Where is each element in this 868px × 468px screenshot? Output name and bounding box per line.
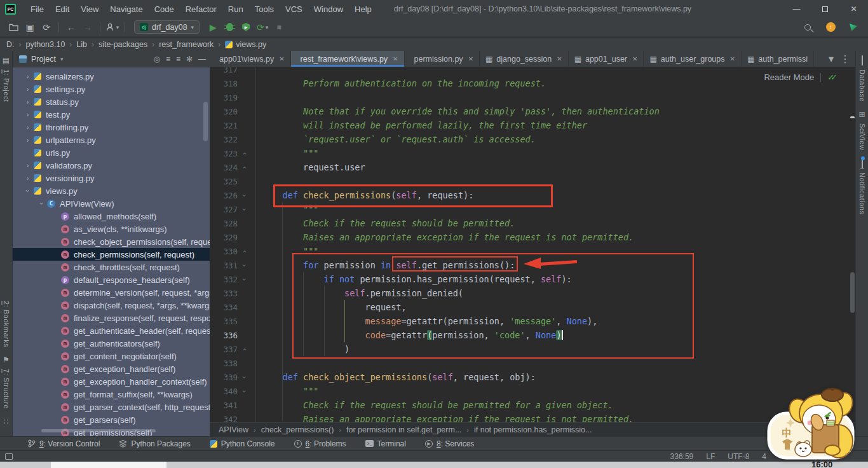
tool-stripe-item-project[interactable]: ▤1: Project — [3, 51, 10, 105]
tab-close-icon[interactable]: ✕ — [468, 55, 473, 62]
tree-item-check_throttles[interactable]: mcheck_throttles(self, request) — [13, 261, 210, 273]
chevron-right-icon[interactable]: › — [23, 111, 32, 118]
tool-window-button-terminal[interactable]: >_Terminal — [365, 439, 406, 448]
reader-mode-toggle[interactable]: Reader Mode ✓✓ — [764, 72, 837, 82]
caret-position[interactable]: 336:59 — [670, 452, 694, 461]
chevron-down-icon[interactable]: ▾ — [829, 53, 834, 65]
tree-item-serializers.py[interactable]: ›serializers.py — [13, 70, 210, 83]
fold-marker-icon[interactable]: › — [238, 262, 250, 269]
chevron-down-icon[interactable]: › — [38, 199, 46, 209]
tool-window-button-services[interactable]: ▶8: Services — [425, 439, 474, 448]
coverage-shield-icon[interactable]: ▶ — [238, 20, 254, 34]
tree-item-as_view[interactable]: mas_view(cls, **initkwargs) — [13, 223, 210, 235]
code-editor[interactable]: 317318 Perform authentication on the inc… — [210, 67, 855, 422]
chevron-right-icon[interactable]: › — [23, 174, 32, 182]
tree-item-APIView[interactable]: ›CAPIView(View) — [13, 197, 210, 210]
menu-item-file[interactable]: File — [25, 0, 50, 18]
editor-scrollbar-thumb[interactable] — [850, 272, 855, 313]
fold-marker-icon[interactable]: › — [238, 150, 250, 157]
tool-stripe-item-sciview[interactable]: ⊞SciView — [858, 105, 866, 153]
run-configuration-select[interactable]: dj drf_day08 ▾ — [134, 20, 200, 34]
menu-item-help[interactable]: Help — [349, 0, 377, 18]
breadcrumb-segment[interactable]: rest_framework — [159, 40, 214, 49]
editor-breadcrumb-segment[interactable]: if not permission.has_permissio... — [474, 425, 592, 434]
tool-window-button-problems[interactable]: !6: Problems — [294, 439, 346, 448]
save-icon[interactable]: ▣ — [22, 20, 37, 34]
minimize-icon[interactable]: — — [782, 0, 811, 18]
breadcrumb-segment[interactable]: Lib — [76, 40, 87, 49]
tree-item-settings.py[interactable]: ›settings.py — [13, 83, 210, 95]
profile-user-icon[interactable]: ▾ — [105, 20, 120, 34]
tree-item-get_exception_handler_context[interactable]: mget_exception_handler_context(self) — [13, 375, 210, 388]
tab-close-icon[interactable]: ✕ — [393, 55, 398, 62]
tool-stripe-item-bookmarks[interactable]: 2: Bookmarks⚑ — [3, 298, 10, 366]
search-everywhere-icon[interactable] — [800, 20, 815, 34]
tree-item-get_content_negotiator[interactable]: mget_content_negotiator(self) — [13, 350, 210, 362]
tab-permission.py[interactable]: permission.py✕ — [405, 51, 480, 67]
tree-item-urlpatterns.py[interactable]: ›urlpatterns.py — [13, 134, 210, 146]
update-available-icon[interactable]: ↑ — [823, 20, 838, 34]
breadcrumb-segment[interactable]: python3.10 — [26, 40, 65, 49]
menu-item-refactor[interactable]: Refactor — [180, 0, 222, 18]
chevron-right-icon[interactable]: › — [23, 162, 32, 169]
tree-item-get_exception_handler[interactable]: mget_exception_handler(self) — [13, 362, 210, 375]
tree-item-throttling.py[interactable]: ›throttling.py — [13, 121, 210, 134]
tab-auth_user_groups[interactable]: ▦auth_user_groups✕ — [644, 51, 742, 67]
tree-item-default_response_headers[interactable]: pdefault_response_headers(self) — [13, 273, 210, 286]
debug-bug-icon[interactable] — [222, 20, 237, 34]
more-options-icon[interactable]: ⋮ — [840, 53, 850, 65]
tree-item-get_authenticators[interactable]: mget_authenticators(self) — [13, 337, 210, 350]
tree-horizontal-scrollbar[interactable] — [41, 429, 156, 432]
tab-auth_permissi[interactable]: ▦auth_permissi — [742, 51, 814, 67]
menu-item-navigate[interactable]: Navigate — [104, 0, 148, 18]
fold-marker-icon[interactable]: › — [238, 192, 250, 199]
tab-close-icon[interactable]: ✕ — [632, 55, 637, 62]
tree-vertical-scrollbar[interactable] — [203, 102, 208, 141]
profiler-icon[interactable]: ⟳▾ — [255, 20, 270, 34]
screen-layout-icon[interactable] — [5, 453, 13, 460]
fold-marker-icon[interactable]: › — [238, 164, 250, 171]
tool-window-button-version-control[interactable]: 9: Version Control — [28, 439, 100, 448]
chevron-right-icon[interactable]: › — [23, 123, 32, 131]
menu-item-edit[interactable]: Edit — [50, 0, 75, 18]
menu-item-tools[interactable]: Tools — [249, 0, 280, 18]
fold-marker-icon[interactable]: › — [238, 248, 250, 255]
tree-item-views.py[interactable]: ›views.py — [13, 184, 210, 197]
tree-item-determine_version[interactable]: mdetermine_version(self, request, *args,… — [13, 286, 210, 299]
tree-item-get_authenticate_header[interactable]: mget_authenticate_header(self, request) — [13, 324, 210, 337]
menu-item-run[interactable]: Run — [222, 0, 249, 18]
tool-window-button-python-console[interactable]: Python Console — [210, 439, 275, 448]
settings-gear-icon[interactable]: ✻ — [186, 55, 193, 64]
breadcrumb-segment[interactable]: site-packages — [98, 40, 147, 49]
tree-item-finalize_response[interactable]: mfinalize_response(self, request, respon… — [13, 312, 210, 324]
menu-item-vcs[interactable]: VCS — [280, 0, 308, 18]
chevron-down-icon[interactable]: ▾ — [60, 56, 64, 62]
chevron-right-icon[interactable]: › — [23, 136, 32, 144]
tab-close-icon[interactable]: ✕ — [557, 55, 562, 62]
tree-item-allowed_methods[interactable]: pallowed_methods(self) — [13, 210, 210, 223]
tree-item-get_parsers[interactable]: mget_parsers(self) — [13, 413, 210, 426]
locate-file-icon[interactable]: ◎ — [153, 55, 159, 64]
file-encoding[interactable]: UTF-8 — [728, 452, 749, 461]
run-icon[interactable]: ▶ — [205, 20, 220, 34]
editor-breadcrumb-segment[interactable]: APIView — [219, 425, 248, 434]
tab-app01_user[interactable]: ▦app01_user✕ — [569, 51, 644, 67]
tool-stripe-item-notifications[interactable]: Notifications — [858, 154, 866, 217]
fold-marker-icon[interactable]: › — [238, 374, 250, 381]
chevron-right-icon[interactable]: › — [23, 72, 32, 80]
menu-item-view[interactable]: View — [75, 0, 104, 18]
chevron-down-icon[interactable]: › — [24, 186, 32, 196]
fold-marker-icon[interactable]: › — [238, 346, 250, 353]
tree-item-check_object_permissions[interactable]: mcheck_object_permissions(self, request,… — [13, 235, 210, 248]
menu-item-code[interactable]: Code — [149, 0, 180, 18]
breadcrumb-segment[interactable]: views.py — [225, 40, 266, 49]
tool-stripe-item-structure[interactable]: 7: Structure∷ — [3, 366, 10, 427]
tool-stripe-item-database[interactable]: Database — [858, 51, 866, 105]
tree-item-get_format_suffix[interactable]: mget_format_suffix(self, **kwargs) — [13, 388, 210, 401]
editor-breadcrumb-segment[interactable]: check_permissions() — [261, 425, 334, 434]
close-icon[interactable]: ✕ — [839, 0, 868, 18]
expand-all-icon[interactable]: ≡ — [166, 55, 170, 64]
tab-close-icon[interactable]: ✕ — [730, 55, 735, 62]
collapse-all-icon[interactable]: ≡ — [176, 55, 180, 64]
tree-item-get_parser_context[interactable]: mget_parser_context(self, http_request) — [13, 401, 210, 413]
